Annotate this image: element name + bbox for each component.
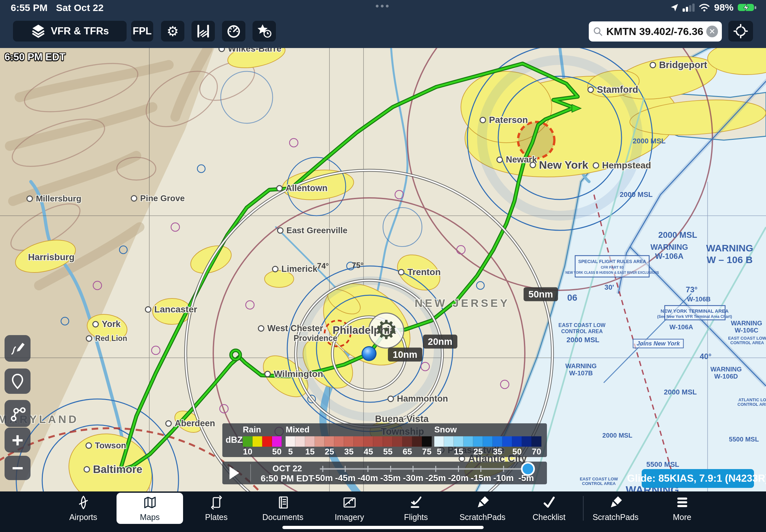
- city-marker-icon: [272, 266, 278, 272]
- tab-plates[interactable]: Plates: [183, 493, 249, 524]
- tab-imagery[interactable]: Imagery: [316, 493, 383, 524]
- tab-airports[interactable]: Airports: [50, 493, 116, 524]
- tab-maps[interactable]: Maps: [116, 493, 183, 524]
- tab-scratchpads[interactable]: ScratchPads: [449, 493, 516, 524]
- airspace-label: W-106A: [655, 252, 684, 261]
- zoom-in-button[interactable]: +: [5, 428, 30, 453]
- legend-swatch: [422, 436, 432, 447]
- city-label: Red Lion: [86, 334, 127, 343]
- airspace-label: CONTROL AREA: [582, 481, 616, 486]
- battery-charging-icon: [737, 3, 758, 12]
- city-marker-icon: [277, 227, 284, 234]
- legend-swatch: [305, 436, 315, 447]
- timeline-tick-label: -40m: [358, 473, 378, 483]
- city-label: Bridgeport: [650, 60, 707, 70]
- legend-swatch: [344, 436, 354, 447]
- airspace-label: 06: [567, 293, 577, 303]
- play-button[interactable]: [229, 466, 239, 479]
- glide-advisor-badge[interactable]: Glide: 85KIAS, 7.9:1 (N4233R): [642, 469, 754, 488]
- nav-divider: [583, 496, 584, 521]
- gear-icon: ⚙: [166, 23, 179, 39]
- dropped-pin-button[interactable]: [5, 369, 30, 394]
- airspace-label: WARNING: [651, 243, 688, 252]
- range-ring-badge: 50nm: [524, 287, 558, 301]
- profile-view-button[interactable]: [191, 21, 215, 42]
- timeline-tick-label: -45m: [335, 473, 355, 483]
- airspace-label: NEW YORK CLASS B HUDSON & EAST RIVER EXC…: [565, 271, 659, 274]
- cellular-signal-icon: [683, 4, 695, 12]
- layers-button[interactable]: VFR & TFRs: [13, 21, 127, 42]
- airspace-label: WARNING: [565, 362, 597, 370]
- range-ring-badge: 20nm: [423, 335, 457, 349]
- map-time-overlay: 6:50 PM EDT: [5, 51, 66, 63]
- top-chrome: 6:55 PM Sat Oct 22 ••• 98% VFR &: [0, 0, 766, 48]
- settings-button[interactable]: ⚙: [161, 21, 184, 42]
- city-label: Towson: [85, 441, 126, 451]
- city-marker-icon: [276, 185, 283, 191]
- airspace-label: EAST COAST LOW: [559, 322, 606, 328]
- legend-swatch: [373, 436, 383, 447]
- legend-tick: 5: [437, 447, 442, 457]
- fpl-button[interactable]: FPL: [131, 21, 153, 42]
- city-label: Hammonton: [388, 394, 448, 404]
- airspace-label: 5500 MSL: [729, 436, 759, 443]
- timeline-tick: [345, 466, 346, 472]
- gauge-icon: [226, 23, 241, 39]
- range-ring-settings-gear-icon[interactable]: ⚙: [374, 317, 398, 343]
- route-planner-button[interactable]: [5, 400, 30, 427]
- legend-tick: 45: [364, 447, 373, 457]
- home-indicator[interactable]: [282, 526, 484, 529]
- tab-more[interactable]: More: [649, 493, 715, 524]
- legend-swatch: [286, 436, 295, 447]
- legend-swatch: [324, 436, 334, 447]
- zoom-out-button[interactable]: −: [5, 456, 30, 480]
- city-label: Lancaster: [145, 304, 197, 315]
- tab-flights[interactable]: Flights: [383, 493, 449, 524]
- legend-swatch: [403, 436, 412, 447]
- city-label: Harrisburg: [28, 252, 74, 262]
- map-toolbar: VFR & TFRs FPL ⚙: [0, 16, 766, 48]
- clear-search-icon[interactable]: ✕: [706, 26, 718, 37]
- search-icon: [593, 26, 603, 37]
- airspace-label: WARNING: [731, 320, 762, 327]
- city-label: Trenton: [398, 267, 441, 277]
- city-marker-icon: [588, 86, 594, 93]
- city-marker-icon: [496, 156, 503, 163]
- city-label: Millersburg: [26, 194, 81, 204]
- airspace-label: 30': [604, 283, 614, 292]
- favorites-recents-button[interactable]: [252, 21, 276, 42]
- app-window: Wilkes-BarreBridgeportStamfordPatersonNe…: [0, 0, 766, 532]
- timeline-tick-label: -15m: [471, 473, 491, 483]
- search-field[interactable]: KMTN 39.402/-76.364... ✕: [589, 21, 722, 42]
- airspace-label: W-106C: [735, 327, 759, 334]
- airspace-label: 2000 MSL: [664, 388, 697, 396]
- airspace-label: CONTROL AREA: [730, 340, 764, 345]
- instruments-button[interactable]: [222, 21, 245, 42]
- legend-swatch: [363, 436, 373, 447]
- timeline-thumb[interactable]: [521, 462, 535, 476]
- annotate-button[interactable]: [5, 335, 30, 362]
- tab-scratchpads-2[interactable]: ScratchPads: [582, 493, 649, 524]
- timeline-tick: [458, 466, 459, 472]
- dbz-label: dBZ: [225, 435, 242, 445]
- legend-swatch: [295, 436, 305, 447]
- tab-documents[interactable]: Documents: [249, 493, 316, 524]
- city-label: Baltimore: [83, 463, 142, 476]
- center-location-button[interactable]: [728, 21, 753, 42]
- legend-swatch: [252, 436, 262, 447]
- airspace-label: 73°: [686, 285, 698, 294]
- city-label: Aberdeen: [165, 418, 215, 429]
- airspace-label: WARNING: [711, 366, 742, 373]
- city-label: Allentown: [276, 183, 327, 193]
- ownship-location: [361, 346, 376, 361]
- city-marker-icon: [593, 162, 599, 169]
- timeline-tick: [390, 466, 391, 472]
- timeline-tick-label: -50m: [312, 473, 333, 483]
- legend-tick: 5: [288, 447, 293, 457]
- wifi-icon: [699, 3, 710, 12]
- timeline-tick: [367, 466, 368, 472]
- city-label: East Greenville: [277, 225, 347, 236]
- timeline-tick-label: -30m: [403, 473, 423, 483]
- timeline-track[interactable]: [320, 468, 531, 470]
- tab-checklist[interactable]: Checklist: [516, 493, 582, 524]
